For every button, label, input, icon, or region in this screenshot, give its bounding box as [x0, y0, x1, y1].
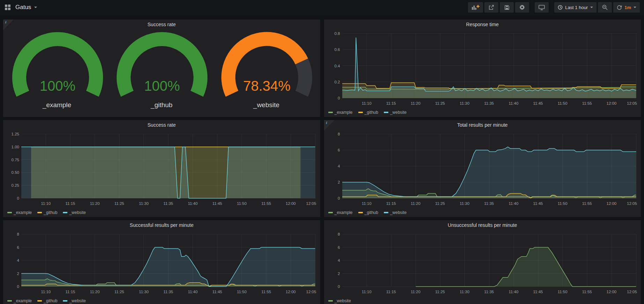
x-axis-tick-label: 11:55: [582, 290, 592, 294]
settings-button[interactable]: [515, 2, 529, 13]
legend-item-_website[interactable]: _website: [328, 298, 351, 303]
chart-plot-response-time[interactable]: 00.20.40.60.811:1011:1511:2011:2511:3011…: [342, 34, 636, 98]
chart-plot-success-rate[interactable]: 00.250.500.751.001.2511:1011:1511:2011:2…: [21, 134, 315, 198]
chart-plot-unsuccessful-results[interactable]: 0246811:1011:1511:2011:2511:3011:3511:40…: [342, 234, 636, 287]
legend-item-_website[interactable]: _website: [384, 110, 407, 115]
legend-label: _example: [335, 110, 353, 115]
x-axis-tick-label: 11:15: [386, 201, 396, 206]
x-axis-tick-label: 11:15: [65, 290, 75, 294]
panel-title[interactable]: Success rate: [3, 20, 320, 29]
x-axis-tick-label: 11:10: [362, 201, 372, 206]
legend-item-_example[interactable]: _example: [7, 298, 32, 303]
cycle-view-mode-button[interactable]: [535, 2, 549, 13]
chart-plot-successful-results[interactable]: 0246811:1011:1511:2011:2511:3011:3511:40…: [21, 234, 315, 287]
panel-title[interactable]: Unsuccessful results per minute: [324, 220, 641, 230]
legend-swatch: [7, 212, 12, 213]
clock-icon: [558, 5, 563, 10]
panel-info-icon[interactable]: i: [3, 20, 14, 30]
chart-legend: _example_github_website: [328, 110, 407, 115]
panel-response-time: Response time 00.20.40.60.811:1011:1511:…: [324, 20, 641, 117]
legend-label: _github: [365, 210, 378, 215]
legend-swatch: [384, 212, 388, 213]
y-axis-tick-label: 8: [5, 232, 19, 236]
gauge-_website: 78.34%_website: [214, 31, 318, 109]
panel-title[interactable]: Response time: [324, 20, 641, 29]
y-axis-tick-label: 4: [325, 258, 340, 262]
share-button[interactable]: [484, 2, 498, 13]
y-axis-tick-label: 6: [325, 245, 340, 250]
x-axis-tick-label: 11:30: [460, 101, 469, 105]
legend-swatch: [7, 300, 12, 302]
panel-success-rate-gauges: i Success rate 100%_example100%_github78…: [3, 20, 320, 117]
chart-canvas: [21, 134, 315, 198]
y-axis-tick-label: 4: [325, 164, 340, 168]
dashboard-title: Gatus: [15, 4, 31, 11]
chart-legend: _website: [328, 298, 351, 303]
y-axis-tick-label: 0.75: [5, 158, 19, 162]
x-axis-tick-label: 11:10: [362, 101, 372, 105]
legend-item-_github[interactable]: _github: [37, 210, 57, 215]
legend-label: _website: [69, 210, 86, 215]
panel-title[interactable]: Success rate: [3, 120, 320, 130]
dashboards-grid-icon[interactable]: [4, 4, 11, 11]
legend-label: _github: [44, 210, 57, 215]
x-axis-tick-label: 11:30: [460, 201, 469, 206]
x-axis-tick-label: 12:00: [606, 201, 616, 206]
chevron-down-icon: [590, 7, 593, 8]
chart-canvas: [342, 134, 636, 198]
y-axis-tick-label: 4: [5, 258, 19, 262]
x-axis-tick-label: 11:50: [558, 201, 568, 206]
x-axis-tick-label: 11:15: [386, 101, 396, 105]
panel-unsuccessful-results: Unsuccessful results per minute 0246811:…: [324, 220, 641, 304]
x-axis-tick-label: 11:35: [484, 290, 494, 294]
time-range-label: Last 1 hour: [565, 5, 588, 10]
share-icon: [489, 5, 494, 10]
legend-item-_website[interactable]: _website: [384, 210, 407, 215]
x-axis-tick-label: 11:25: [115, 201, 124, 206]
legend-item-_example[interactable]: _example: [328, 110, 353, 115]
panel-title[interactable]: Successful results per minute: [3, 220, 320, 230]
gauge-arc: 100%: [110, 31, 214, 101]
gauge-label: _github: [110, 101, 213, 109]
legend-item-_website[interactable]: _website: [63, 210, 86, 215]
y-axis-tick-label: 2: [325, 180, 340, 184]
zoom-out-button[interactable]: [598, 2, 612, 13]
zoom-out-icon: [602, 5, 608, 10]
legend-label: _website: [390, 110, 407, 115]
panel-title[interactable]: Total results per minute: [324, 120, 641, 130]
chart-plot-total-results[interactable]: 0246811:1011:1511:2011:2511:3011:3511:40…: [342, 134, 636, 198]
chart-legend: _example_github_website: [7, 298, 86, 303]
gauge-_example: 100%_example: [5, 31, 109, 109]
add-panel-icon: [471, 5, 480, 10]
legend-item-_example[interactable]: _example: [7, 210, 32, 215]
legend-swatch: [37, 212, 42, 213]
gauge-arc: 78.34%: [214, 31, 319, 101]
dashboard-title-dropdown[interactable]: Gatus: [15, 4, 37, 11]
legend-item-_website[interactable]: _website: [63, 298, 86, 303]
x-axis-tick-label: 11:45: [212, 201, 222, 206]
y-axis-tick-label: 0.2: [325, 80, 340, 84]
time-range-picker[interactable]: Last 1 hour: [554, 2, 597, 13]
legend-item-_example[interactable]: _example: [328, 210, 353, 215]
save-button[interactable]: [500, 2, 514, 13]
panel-info-icon[interactable]: i: [324, 120, 335, 131]
x-axis-tick-label: 12:00: [606, 101, 616, 105]
x-axis-tick-label: 11:40: [508, 290, 518, 294]
legend-swatch: [384, 112, 388, 113]
gauge-row: 100%_example100%_github78.34%_website: [3, 31, 320, 117]
legend-item-_github[interactable]: _github: [37, 298, 57, 303]
add-panel-button[interactable]: [468, 2, 483, 13]
legend-item-_github[interactable]: _github: [358, 210, 378, 215]
x-axis-tick-label: 12:00: [286, 201, 296, 206]
x-axis-tick-label: 11:40: [188, 201, 198, 206]
x-axis-tick-label: 11:35: [163, 290, 173, 294]
x-axis-tick-label: 12:05: [306, 290, 316, 294]
x-axis-tick-label: 11:45: [533, 290, 543, 294]
chart-canvas: [342, 234, 636, 287]
x-axis-tick-label: 11:10: [41, 290, 51, 294]
legend-label: _website: [335, 298, 351, 303]
refresh-button[interactable]: 1m: [613, 2, 640, 13]
legend-item-_github[interactable]: _github: [358, 110, 378, 115]
x-axis-tick-label: 11:25: [435, 101, 445, 105]
legend-label: _example: [335, 210, 353, 215]
